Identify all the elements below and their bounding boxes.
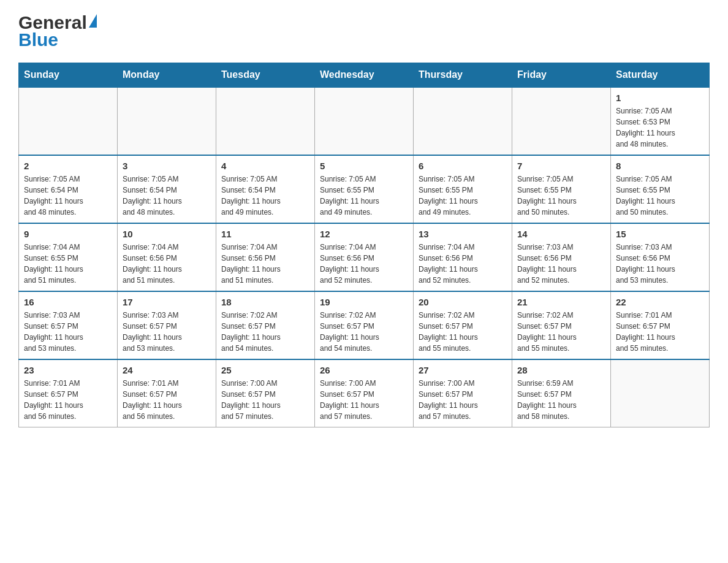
day-number: 18 xyxy=(221,297,309,307)
day-number: 15 xyxy=(616,229,704,239)
day-number: 28 xyxy=(517,365,605,375)
weekday-header-sunday: Sunday xyxy=(19,63,118,88)
day-number: 9 xyxy=(24,229,112,239)
day-info: Sunrise: 7:05 AM Sunset: 6:54 PM Dayligh… xyxy=(221,174,309,218)
day-info: Sunrise: 7:01 AM Sunset: 6:57 PM Dayligh… xyxy=(24,378,112,422)
day-number: 2 xyxy=(24,161,112,171)
weekday-header-friday: Friday xyxy=(512,63,611,88)
logo-chevron-icon xyxy=(89,14,97,28)
calendar-cell: 1Sunrise: 7:05 AM Sunset: 6:53 PM Daylig… xyxy=(611,87,710,155)
calendar-cell: 5Sunrise: 7:05 AM Sunset: 6:55 PM Daylig… xyxy=(315,155,414,223)
calendar-cell: 7Sunrise: 7:05 AM Sunset: 6:55 PM Daylig… xyxy=(512,155,611,223)
day-number: 3 xyxy=(123,161,211,171)
calendar-cell: 2Sunrise: 7:05 AM Sunset: 6:54 PM Daylig… xyxy=(19,155,118,223)
day-number: 6 xyxy=(419,161,507,171)
day-number: 24 xyxy=(123,365,211,375)
day-info: Sunrise: 7:03 AM Sunset: 6:56 PM Dayligh… xyxy=(616,242,704,286)
calendar-table: SundayMondayTuesdayWednesdayThursdayFrid… xyxy=(18,63,710,427)
day-number: 21 xyxy=(517,297,605,307)
week-row-1: 1Sunrise: 7:05 AM Sunset: 6:53 PM Daylig… xyxy=(19,87,710,155)
day-info: Sunrise: 7:03 AM Sunset: 6:56 PM Dayligh… xyxy=(517,242,605,286)
day-number: 7 xyxy=(517,161,605,171)
day-info: Sunrise: 7:03 AM Sunset: 6:57 PM Dayligh… xyxy=(24,310,112,354)
day-number: 25 xyxy=(221,365,309,375)
weekday-header-saturday: Saturday xyxy=(611,63,710,88)
day-number: 27 xyxy=(419,365,507,375)
calendar-cell: 17Sunrise: 7:03 AM Sunset: 6:57 PM Dayli… xyxy=(118,291,216,359)
day-info: Sunrise: 7:04 AM Sunset: 6:56 PM Dayligh… xyxy=(123,242,211,286)
logo-blue: Blue xyxy=(18,29,58,50)
weekday-header-wednesday: Wednesday xyxy=(315,63,414,88)
calendar-cell: 19Sunrise: 7:02 AM Sunset: 6:57 PM Dayli… xyxy=(315,291,414,359)
calendar-cell: 6Sunrise: 7:05 AM Sunset: 6:55 PM Daylig… xyxy=(414,155,512,223)
calendar-cell xyxy=(19,87,118,155)
calendar-cell: 4Sunrise: 7:05 AM Sunset: 6:54 PM Daylig… xyxy=(216,155,315,223)
day-info: Sunrise: 7:05 AM Sunset: 6:54 PM Dayligh… xyxy=(123,174,211,218)
day-number: 16 xyxy=(24,297,112,307)
calendar-cell: 23Sunrise: 7:01 AM Sunset: 6:57 PM Dayli… xyxy=(19,359,118,427)
calendar-cell: 21Sunrise: 7:02 AM Sunset: 6:57 PM Dayli… xyxy=(512,291,611,359)
calendar-cell: 12Sunrise: 7:04 AM Sunset: 6:56 PM Dayli… xyxy=(315,223,414,291)
day-info: Sunrise: 7:05 AM Sunset: 6:55 PM Dayligh… xyxy=(419,174,507,218)
day-info: Sunrise: 7:00 AM Sunset: 6:57 PM Dayligh… xyxy=(221,378,309,422)
calendar-cell xyxy=(414,87,512,155)
day-info: Sunrise: 7:05 AM Sunset: 6:53 PM Dayligh… xyxy=(616,105,704,150)
day-number: 5 xyxy=(320,161,408,171)
calendar-cell: 20Sunrise: 7:02 AM Sunset: 6:57 PM Dayli… xyxy=(414,291,512,359)
day-number: 11 xyxy=(221,229,309,239)
day-number: 13 xyxy=(419,229,507,239)
day-info: Sunrise: 7:04 AM Sunset: 6:55 PM Dayligh… xyxy=(24,242,112,286)
calendar-cell: 13Sunrise: 7:04 AM Sunset: 6:56 PM Dayli… xyxy=(414,223,512,291)
day-info: Sunrise: 7:01 AM Sunset: 6:57 PM Dayligh… xyxy=(123,378,211,422)
day-info: Sunrise: 7:02 AM Sunset: 6:57 PM Dayligh… xyxy=(419,310,507,354)
day-number: 20 xyxy=(419,297,507,307)
week-row-5: 23Sunrise: 7:01 AM Sunset: 6:57 PM Dayli… xyxy=(19,359,710,427)
week-row-4: 16Sunrise: 7:03 AM Sunset: 6:57 PM Dayli… xyxy=(19,291,710,359)
day-number: 10 xyxy=(123,229,211,239)
weekday-header-thursday: Thursday xyxy=(414,63,512,88)
day-info: Sunrise: 7:00 AM Sunset: 6:57 PM Dayligh… xyxy=(320,378,408,422)
day-info: Sunrise: 7:02 AM Sunset: 6:57 PM Dayligh… xyxy=(517,310,605,354)
calendar-cell xyxy=(512,87,611,155)
calendar-cell: 15Sunrise: 7:03 AM Sunset: 6:56 PM Dayli… xyxy=(611,223,710,291)
day-info: Sunrise: 7:02 AM Sunset: 6:57 PM Dayligh… xyxy=(221,310,309,354)
day-number: 17 xyxy=(123,297,211,307)
day-number: 1 xyxy=(616,93,704,103)
day-info: Sunrise: 7:04 AM Sunset: 6:56 PM Dayligh… xyxy=(320,242,408,286)
calendar-cell: 27Sunrise: 7:00 AM Sunset: 6:57 PM Dayli… xyxy=(414,359,512,427)
weekday-header-row: SundayMondayTuesdayWednesdayThursdayFrid… xyxy=(19,63,710,88)
calendar-cell xyxy=(611,359,710,427)
calendar-cell: 24Sunrise: 7:01 AM Sunset: 6:57 PM Dayli… xyxy=(118,359,216,427)
logo-area: General Blue xyxy=(18,12,97,50)
day-number: 19 xyxy=(320,297,408,307)
calendar-cell: 28Sunrise: 6:59 AM Sunset: 6:57 PM Dayli… xyxy=(512,359,611,427)
day-number: 12 xyxy=(320,229,408,239)
page-header: General Blue xyxy=(18,12,710,50)
week-row-3: 9Sunrise: 7:04 AM Sunset: 6:55 PM Daylig… xyxy=(19,223,710,291)
day-info: Sunrise: 7:02 AM Sunset: 6:57 PM Dayligh… xyxy=(320,310,408,354)
day-info: Sunrise: 7:05 AM Sunset: 6:55 PM Dayligh… xyxy=(320,174,408,218)
day-number: 4 xyxy=(221,161,309,171)
calendar-cell: 25Sunrise: 7:00 AM Sunset: 6:57 PM Dayli… xyxy=(216,359,315,427)
day-info: Sunrise: 7:00 AM Sunset: 6:57 PM Dayligh… xyxy=(419,378,507,422)
day-number: 22 xyxy=(616,297,704,307)
calendar-cell: 26Sunrise: 7:00 AM Sunset: 6:57 PM Dayli… xyxy=(315,359,414,427)
day-info: Sunrise: 6:59 AM Sunset: 6:57 PM Dayligh… xyxy=(517,378,605,422)
weekday-header-tuesday: Tuesday xyxy=(216,63,315,88)
calendar-cell xyxy=(118,87,216,155)
day-info: Sunrise: 7:04 AM Sunset: 6:56 PM Dayligh… xyxy=(419,242,507,286)
day-info: Sunrise: 7:03 AM Sunset: 6:57 PM Dayligh… xyxy=(123,310,211,354)
day-number: 8 xyxy=(616,161,704,171)
week-row-2: 2Sunrise: 7:05 AM Sunset: 6:54 PM Daylig… xyxy=(19,155,710,223)
calendar-cell: 18Sunrise: 7:02 AM Sunset: 6:57 PM Dayli… xyxy=(216,291,315,359)
day-info: Sunrise: 7:05 AM Sunset: 6:54 PM Dayligh… xyxy=(24,174,112,218)
day-number: 23 xyxy=(24,365,112,375)
calendar-cell: 3Sunrise: 7:05 AM Sunset: 6:54 PM Daylig… xyxy=(118,155,216,223)
day-info: Sunrise: 7:05 AM Sunset: 6:55 PM Dayligh… xyxy=(517,174,605,218)
calendar-cell: 16Sunrise: 7:03 AM Sunset: 6:57 PM Dayli… xyxy=(19,291,118,359)
calendar-cell: 8Sunrise: 7:05 AM Sunset: 6:55 PM Daylig… xyxy=(611,155,710,223)
weekday-header-monday: Monday xyxy=(118,63,216,88)
calendar-cell xyxy=(315,87,414,155)
calendar-cell: 9Sunrise: 7:04 AM Sunset: 6:55 PM Daylig… xyxy=(19,223,118,291)
day-info: Sunrise: 7:01 AM Sunset: 6:57 PM Dayligh… xyxy=(616,310,704,354)
